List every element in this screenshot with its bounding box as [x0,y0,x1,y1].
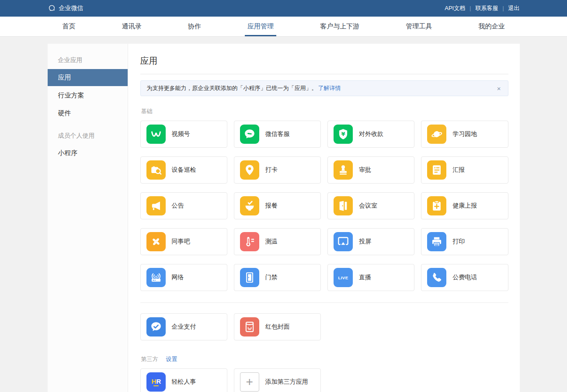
sidebar-group: 成员个人使用小程序 [48,128,128,162]
topbar: 企业微信 API文档|联系客服|退出 [0,0,567,17]
redpacket-icon [240,317,259,336]
app-card[interactable]: 微信客服 [234,121,321,148]
app-name: 汇报 [452,166,465,174]
app-card[interactable]: HR轻松人事 [140,368,227,392]
door-access-icon [240,268,259,287]
sidebar-item[interactable]: 硬件 [48,105,128,122]
app-name: 网络 [172,274,184,281]
app-name: 公费电话 [452,274,477,281]
app-card[interactable]: 投屏 [327,228,414,255]
planet-icon [427,125,446,144]
divider: | [470,5,471,11]
health-clipboard-icon [427,196,446,215]
app-card[interactable]: 健康上报 [421,192,508,219]
notice-text: 为支持更多能力，原企业关联添加的「小程序」已统一为「应用」。 [147,84,317,92]
app-name: 同事吧 [172,238,190,246]
app-card[interactable]: 网络 [140,264,227,291]
meal-bowl-icon [240,196,259,215]
nav-tab[interactable]: 首页 [60,17,78,36]
brand: 企业微信 [48,4,83,13]
app-card[interactable]: LIVE直播 [327,264,414,291]
app-name: 打印 [452,238,465,246]
cast-screen-icon [334,232,353,251]
third-party-section: 第三方 设置 HR轻松人事+添加第三方应用 [140,355,508,392]
app-name: 直播 [359,274,371,281]
live-icon: LIVE [334,268,353,287]
sidebar-item[interactable]: 行业方案 [48,87,128,104]
nav-tab[interactable]: 我的企业 [476,17,507,36]
app-card[interactable]: 打卡 [234,156,321,184]
app-card[interactable]: 审批 [327,156,414,184]
sidebar-group: 企业应用应用行业方案硬件 [48,52,128,122]
payment-shield-icon: ¥ [334,125,353,144]
checkin-pin-icon [240,160,259,180]
app-name: 测温 [265,238,278,246]
app-card[interactable]: 汇报 [421,156,508,184]
topbar-links: API文档|联系客服|退出 [445,4,519,12]
nav-tab[interactable]: 应用管理 [245,17,276,36]
app-name: 健康上报 [452,202,477,210]
svg-text:¥: ¥ [341,131,345,137]
base-app-grid: 视频号微信客服¥对外收款学习园地设备巡检打卡审批汇报公告报餐会议室健康上报同事吧… [140,121,508,291]
sidebar-item[interactable]: 应用 [48,69,128,86]
sidebar-group-header: 企业应用 [48,52,128,68]
app-card[interactable]: 红包封面 [234,313,321,340]
app-name: 报餐 [265,202,278,210]
app-card[interactable]: 同事吧 [140,228,227,255]
inspection-icon [146,160,166,180]
app-name: 投屏 [359,238,371,246]
app-name: 会议室 [359,202,377,210]
primary-nav: 首页通讯录协作应用管理客户与上下游管理工具我的企业 [0,17,567,37]
printer-icon [427,232,446,251]
service-chat-icon [240,125,259,144]
brand-name: 企业微信 [59,4,83,12]
main-panel: 应用 为支持更多能力，原企业关联添加的「小程序」已统一为「应用」。 了解详情 ×… [128,44,520,392]
third-party-settings-link[interactable]: 设置 [166,355,177,363]
app-card[interactable]: 打印 [421,228,508,255]
thermometer-icon [240,232,259,251]
divider: | [502,5,504,11]
app-card[interactable]: 会议室 [327,192,414,219]
svg-text:LIVE: LIVE [338,275,348,280]
close-icon[interactable]: × [496,85,502,92]
colleagues-icon [146,232,166,251]
group-divider [140,302,508,303]
meeting-door-icon [334,196,353,215]
app-name: 红包封面 [265,323,290,331]
app-card[interactable]: 设备巡检 [140,156,227,184]
app-card[interactable]: 企业支付 [140,313,227,340]
app-card[interactable]: 报餐 [234,192,321,219]
app-name: 对外收款 [359,130,383,138]
phone-icon [427,268,446,287]
svg-text:HR: HR [151,378,161,385]
nav-tab[interactable]: 管理工具 [403,17,435,36]
channels-icon [146,125,166,144]
sidebar-group-header: 成员个人使用 [48,128,128,144]
sidebar-item[interactable]: 小程序 [48,145,128,162]
app-card[interactable]: 测温 [234,228,321,255]
section-label-third-party: 第三方 [141,355,158,363]
app-name: 学习园地 [452,130,477,138]
app-name: 公告 [172,202,184,210]
topbar-link[interactable]: API文档 [445,4,465,12]
page-title: 应用 [140,55,508,74]
nav-tab[interactable]: 客户与上下游 [317,17,362,36]
nav-tab[interactable]: 通讯录 [119,17,144,36]
app-card[interactable]: 公告 [140,192,227,219]
app-name: 门禁 [265,274,278,281]
topbar-link[interactable]: 退出 [508,4,520,12]
app-card[interactable]: ¥对外收款 [327,121,414,148]
topbar-link[interactable]: 联系客服 [475,4,498,12]
app-name: 审批 [359,166,371,174]
plus-icon: + [240,372,259,392]
sidebar: 企业应用应用行业方案硬件成员个人使用小程序 [48,44,128,392]
add-third-party-app-card[interactable]: +添加第三方应用 [234,368,321,392]
hr-logo-icon: HR [146,372,166,392]
app-card[interactable]: 视频号 [140,121,227,148]
app-card[interactable]: 学习园地 [421,121,508,148]
nav-tab[interactable]: 协作 [185,17,204,36]
pay-bubble-icon [146,317,166,336]
app-card[interactable]: 公费电话 [421,264,508,291]
app-card[interactable]: 门禁 [234,264,321,291]
notice-learn-more-link[interactable]: 了解详情 [318,84,341,92]
